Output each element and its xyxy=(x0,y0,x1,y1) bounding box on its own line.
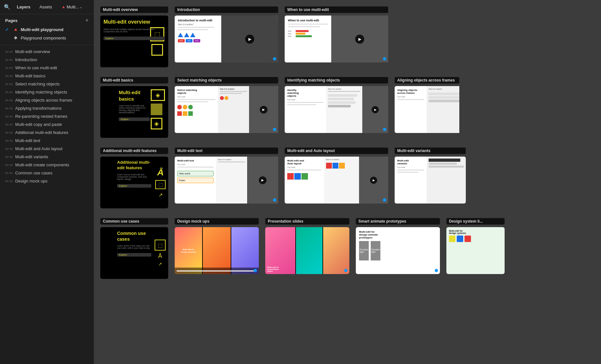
layer-item-common-use-cases[interactable]: ▭ ▭ Common use cases xyxy=(0,169,94,177)
layer-label: Multi-edit text xyxy=(15,138,40,143)
section-block-identifying: Identifying matching objects Identifymat… xyxy=(285,77,388,133)
additional-decoration: Ā ⬚ ↗ xyxy=(155,167,166,198)
layer-item-text[interactable]: ▭ ▭ Multi-edit text xyxy=(0,137,94,145)
page-label: Multi-edit playground xyxy=(21,27,63,32)
layer-label: Multi-edit and Auto layout xyxy=(15,146,62,151)
when-heading: When to use multi-edit xyxy=(288,19,328,22)
section-block-introduction: Introduction Introduction to multi-edit … xyxy=(175,6,278,62)
layer-label: Multi-edit create components xyxy=(15,162,69,167)
section-block-select: Select matching objects Select matchingo… xyxy=(175,77,278,133)
section-block-additional: Additional multi-edit features Additiona… xyxy=(100,148,168,208)
layer-item-identifying[interactable]: ▭ ▭ Identifying matching objects xyxy=(0,88,94,96)
page-item-multi-edit-playground[interactable]: ✓ 🔺 Multi-edit playground xyxy=(0,25,94,34)
card-multi-edit-basics[interactable]: Multi-edit basics Learn how to identify … xyxy=(100,86,168,138)
card-dot-presentation xyxy=(344,269,347,272)
sidebar: 🔍 Layers Assets 🔺 Multi... ⌄ Pages + ✓ 🔺… xyxy=(0,0,94,364)
layer-item-select-matching[interactable]: ▭ ▭ Select matching objects xyxy=(0,80,94,88)
layer-item-create-components[interactable]: ▭ ▭ Multi-edit create components xyxy=(0,161,94,169)
layer-label: Multi-edit overview xyxy=(15,49,50,54)
frame-icon: ▭ ▭ xyxy=(5,122,13,127)
common-btn[interactable]: Explore › xyxy=(117,253,151,257)
layer-item-copy-paste[interactable]: ▭ ▭ Multi-edit copy and paste xyxy=(0,120,94,128)
layer-item-reparenting[interactable]: ▭ ▭ Re-parenting nested frames xyxy=(0,112,94,120)
card-identifying[interactable]: Identifymatchingobjects Try it out! See … xyxy=(285,86,388,133)
section-label-design-system: Design system li... xyxy=(446,218,505,225)
layer-item-applying[interactable]: ▭ ▭ Applying transformations xyxy=(0,104,94,112)
layer-item-multi-edit-basics[interactable]: ▭ ▭ Multi-edit basics xyxy=(0,72,94,80)
card-select-matching[interactable]: Select matchingobjects Try it out! xyxy=(175,86,278,133)
play-text[interactable]: ▶ xyxy=(259,176,267,184)
play-identify[interactable]: ▶ xyxy=(372,106,379,113)
section-label-when-to-use: When to use multi-edit xyxy=(285,6,388,13)
section-row-4: Common use cases Common use cases Learn … xyxy=(100,218,595,279)
layer-item-additional-features[interactable]: ▭ ▭ Additional multi-edit features xyxy=(0,128,94,137)
play-select[interactable]: ▶ xyxy=(260,106,268,114)
card-dot-when xyxy=(383,57,386,61)
card-auto-layout[interactable]: Multi-edit andAuto layout Try it out! Se… xyxy=(285,157,388,204)
section-block-basics: Multi-edit basics Multi-edit basics Lear… xyxy=(100,77,168,138)
multi-tab[interactable]: 🔺 Multi... ⌄ xyxy=(59,3,85,11)
add-page-button[interactable]: + xyxy=(85,17,89,23)
frame-icon: ▭ ▭ xyxy=(5,114,13,118)
frame-icon: ▭ ▭ xyxy=(5,90,13,94)
section-block-design-system: Design system li... Multi-edit fordesign… xyxy=(446,218,505,274)
section-label-smart: Smart animate prototypes xyxy=(356,218,440,225)
card-variants[interactable]: Multi-editvariants Try it out! xyxy=(395,157,466,204)
basics-btn[interactable]: Explore › xyxy=(119,117,150,121)
additional-btn[interactable]: Explore › xyxy=(117,184,151,188)
sidebar-topbar: 🔍 Layers Assets 🔺 Multi... ⌄ xyxy=(0,0,94,14)
play-auto[interactable]: ▶ xyxy=(370,177,377,184)
layer-item-variants[interactable]: ▭ ▭ Multi-edit variants xyxy=(0,153,94,161)
layers-tab[interactable]: Layers xyxy=(14,3,33,11)
section-block-presentation: Presentation slides Multi-edit forpresen… xyxy=(265,218,349,274)
card-dot xyxy=(273,57,276,61)
card-dot-mockup xyxy=(254,269,257,272)
layer-item-design-mock-ups[interactable]: ▭ ▭ Design mock ups xyxy=(0,177,94,185)
card-design-mockups[interactable]: Multi-edit for design mockups xyxy=(175,227,259,274)
card-multi-edit-text[interactable]: Multi-edit text Try it out! Hello world … xyxy=(175,157,278,204)
frame-icon: ▭ ▭ xyxy=(5,130,13,135)
frame-icon: ▭ ▭ xyxy=(5,147,13,151)
pages-label: Pages xyxy=(5,18,17,23)
card-common-use-cases[interactable]: Common use cases Learn some of the ways … xyxy=(100,227,168,279)
layer-item-aligning[interactable]: ▭ ▭ Aligning objects across frames xyxy=(0,96,94,104)
frame-icon: ▭ ▭ xyxy=(5,58,13,62)
layer-label: Common use cases xyxy=(15,171,52,175)
play-button-when[interactable]: ▶ xyxy=(355,35,364,44)
layer-item-introduction[interactable]: ▭ ▭ Introduction xyxy=(0,56,94,64)
frame-icon: ▭ ▭ xyxy=(5,171,13,175)
play-button[interactable]: ▶ xyxy=(245,35,254,44)
intro-text: See it in action! xyxy=(178,23,218,26)
layer-label: Multi-edit variants xyxy=(15,154,48,159)
layer-item-auto-layout[interactable]: ▭ ▭ Multi-edit and Auto layout xyxy=(0,145,94,153)
frame-icon: ▭ ▭ xyxy=(5,74,13,78)
card-aligning[interactable]: Aligning objectsacross frames Try it out… xyxy=(395,86,459,133)
card-dot-select xyxy=(273,128,276,131)
page-item-playground-components[interactable]: ❖ Playground components xyxy=(0,34,94,42)
card-when-to-use[interactable]: When to use multi-edit hkfz hkfz xyxy=(285,16,388,62)
layer-item-when-to-use[interactable]: ▭ ▭ When to use multi-edit xyxy=(0,64,94,72)
card-introduction[interactable]: Introduction to multi-edit See it in act… xyxy=(175,16,278,62)
assets-tab[interactable]: Assets xyxy=(37,3,55,11)
main-canvas: Multi-edit overview Multi-edit overview … xyxy=(94,0,601,364)
section-label-introduction: Introduction xyxy=(175,6,278,13)
frame-icon: ▭ ▭ xyxy=(5,155,13,159)
layer-label: Multi-edit basics xyxy=(15,73,45,78)
card-design-system[interactable]: Multi-edit fordesign systems xyxy=(446,227,505,274)
layers-list: ▭ ▭ Multi-edit overview ▭ ▭ Introduction… xyxy=(0,48,94,364)
section-label-metext: Multi-edit text xyxy=(175,148,278,154)
card-presentation[interactable]: Multi-edit forpresentationslides xyxy=(265,227,349,274)
additional-title: Additional multi-edit features xyxy=(117,160,151,171)
card-smart-animate[interactable]: Multi-edit fordesign animateprototypes P… xyxy=(356,227,440,274)
section-label-common: Common use cases xyxy=(100,218,168,225)
card-additional-features[interactable]: Additional multi-edit features Learn how… xyxy=(100,157,168,208)
section-block-common: Common use cases Common use cases Learn … xyxy=(100,218,168,279)
card-multi-edit-overview[interactable]: Multi-edit overview Select and edit mult… xyxy=(100,16,168,67)
layer-item-multi-edit-overview[interactable]: ▭ ▭ Multi-edit overview xyxy=(0,48,94,56)
common-title: Common use cases xyxy=(117,230,151,242)
section-row-3: Additional multi-edit features Additiona… xyxy=(100,148,595,208)
card-btn[interactable]: Explore › xyxy=(104,37,165,40)
search-icon[interactable]: 🔍 xyxy=(4,4,10,10)
layer-label: Multi-edit copy and paste xyxy=(15,122,62,127)
common-decoration: ⬚ Ā ↗ xyxy=(155,240,166,267)
